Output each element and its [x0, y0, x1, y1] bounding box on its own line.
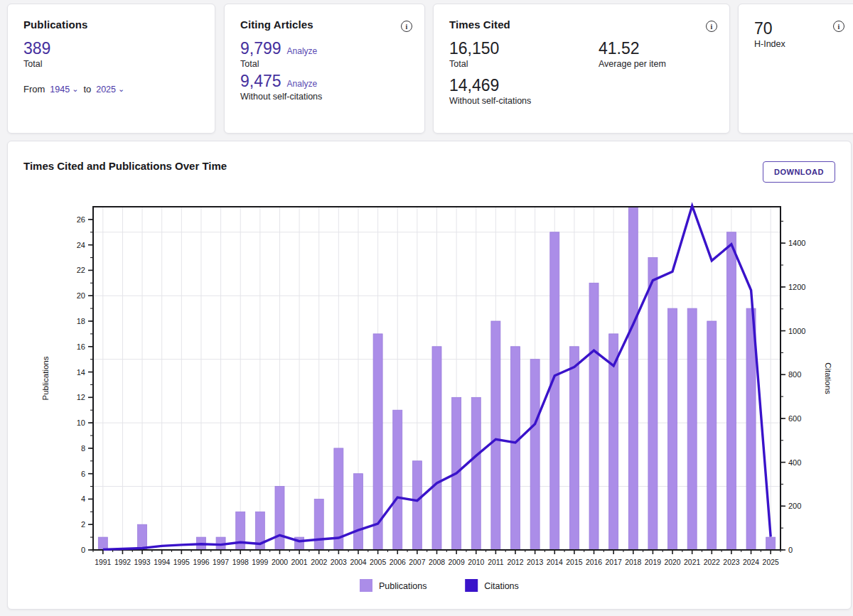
x-axis-tick-label: 2010 [468, 558, 484, 566]
legend-swatch [465, 579, 478, 592]
legend-label: Citations [484, 581, 519, 591]
right-axis-tick-label: 200 [788, 502, 801, 510]
x-axis-tick-label: 2019 [645, 558, 661, 566]
x-axis-tick-label: 2012 [507, 558, 523, 566]
publications-total-value: 389 [23, 40, 50, 57]
citing-articles-card-title: Citing Articles [240, 18, 409, 31]
left-axis-tick-label: 8 [81, 444, 85, 453]
chevron-down-icon: ⌄ [118, 85, 124, 93]
right-axis-tick-label: 1200 [788, 283, 805, 291]
publications-bar-2012 [511, 347, 520, 550]
publications-bar-2023 [726, 232, 736, 550]
citing-articles-card: Citing Articles i 9,799 Analyze Total 9,… [224, 4, 425, 134]
publications-card: Publications 389 Total From 1945 ⌄ to 20… [7, 4, 215, 134]
publications-total-label: Total [23, 59, 199, 69]
publications-bar-2000 [275, 487, 284, 550]
right-axis-tick-label: 600 [788, 414, 801, 423]
chart-card: Times Cited and Publications Over Time D… [7, 141, 852, 610]
times-cited-publications-chart: 02468101214161820222426Publications02004… [8, 188, 852, 609]
right-axis-tick-label: 0 [788, 546, 793, 554]
times-cited-card-title: Times Cited [449, 18, 714, 31]
left-axis-tick-label: 0 [81, 546, 85, 554]
h-index-value: 70 [754, 20, 846, 37]
left-axis-tick-label: 10 [77, 418, 85, 427]
right-axis: 0200400600800100012001400Citations [780, 221, 832, 554]
left-axis-tick-label: 18 [77, 317, 85, 325]
publications-bar-2003 [334, 448, 343, 550]
left-axis-tick-label: 14 [77, 368, 85, 377]
x-axis-tick-label: 2002 [311, 558, 327, 566]
times-cited-total-label: Total [449, 59, 599, 69]
publications-bar-2013 [530, 360, 540, 550]
to-year-dropdown[interactable]: 2025 ⌄ [96, 85, 124, 94]
publications-bar-1993 [138, 524, 147, 550]
publications-bar-2020 [668, 308, 677, 550]
times-cited-average-value: 41.52 [599, 40, 640, 57]
citing-total-value: 9,799 [240, 40, 281, 57]
right-axis-title: Citations [824, 362, 832, 394]
publications-bar-2021 [687, 308, 697, 550]
info-icon[interactable]: i [706, 21, 717, 32]
right-axis-tick-label: 800 [788, 370, 801, 379]
times-cited-average-label: Average per item [599, 59, 666, 69]
left-axis-tick-label: 22 [77, 266, 85, 274]
x-axis-tick-label: 2000 [272, 558, 288, 566]
x-axis-tick-label: 2003 [331, 558, 347, 566]
x-axis-tick-label: 2014 [547, 558, 563, 566]
chevron-down-icon: ⌄ [72, 85, 78, 93]
x-axis-tick-label: 2015 [566, 558, 582, 566]
publications-bar-2011 [491, 321, 500, 550]
from-year-dropdown[interactable]: 1945 ⌄ [50, 85, 78, 94]
x-axis-tick-label: 2022 [704, 558, 720, 566]
chart-title: Times Cited and Publications Over Time [23, 160, 835, 172]
info-icon[interactable]: i [833, 21, 844, 32]
info-icon[interactable]: i [401, 21, 412, 32]
publications-card-title: Publications [23, 18, 199, 31]
citing-without-value: 9,475 [240, 72, 281, 90]
x-axis-tick-label: 1999 [252, 558, 268, 566]
times-cited-card: Times Cited i 16,150 Total 14,469 Withou… [433, 4, 730, 134]
x-axis-tick-label: 1996 [193, 558, 209, 566]
left-axis-tick-label: 16 [77, 342, 85, 351]
x-axis-tick-label: 2006 [390, 558, 406, 566]
publications-bar-1991 [98, 537, 107, 550]
left-axis-tick-label: 24 [77, 241, 85, 249]
times-cited-without-value: 14,469 [449, 77, 499, 94]
x-axis-tick-label: 2017 [606, 558, 622, 566]
x-axis-tick-label: 2021 [684, 558, 700, 566]
left-axis-tick-label: 20 [77, 291, 85, 300]
publications-bar-2019 [648, 258, 658, 550]
citing-without-label: Without self-citations [240, 92, 409, 102]
x-axis-tick-label: 2023 [723, 558, 739, 566]
x-axis-tick-label: 2013 [527, 558, 543, 566]
download-button[interactable]: DOWNLOAD [763, 161, 835, 183]
x-axis: 1991199219931994199519961997199819992000… [93, 550, 780, 566]
x-axis-tick-label: 1994 [154, 558, 170, 566]
to-label: to [83, 84, 91, 94]
times-cited-total-value: 16,150 [449, 40, 499, 57]
x-axis-tick-label: 2016 [586, 558, 602, 566]
citation-report-page: Publications 389 Total From 1945 ⌄ to 20… [0, 0, 853, 616]
publications-bar-2016 [589, 283, 599, 550]
x-axis-tick-label: 1997 [213, 558, 229, 566]
x-axis-tick-label: 1991 [95, 558, 111, 566]
x-axis-tick-label: 1995 [173, 558, 190, 566]
analyze-citing-without-link[interactable]: Analyze [287, 79, 318, 89]
times-cited-without-label: Without self-citations [449, 96, 599, 106]
legend-label: Publications [379, 581, 426, 591]
publications-bar-2014 [550, 232, 559, 550]
right-axis-tick-label: 1400 [788, 239, 805, 247]
x-axis-tick-label: 1993 [134, 558, 151, 566]
x-axis-tick-label: 2008 [429, 558, 445, 566]
publications-bar-2022 [707, 321, 717, 550]
x-axis-tick-label: 2020 [664, 558, 680, 566]
from-year-value: 1945 [50, 85, 70, 94]
x-axis-tick-label: 2009 [449, 558, 465, 566]
left-axis-tick-label: 12 [77, 393, 85, 401]
analyze-citing-total-link[interactable]: Analyze [287, 46, 318, 56]
to-year-value: 2025 [96, 85, 116, 94]
publications-bar-1998 [236, 512, 245, 550]
x-axis-tick-label: 2004 [350, 558, 366, 566]
x-axis-tick-label: 2024 [743, 558, 759, 566]
publications-bar-2006 [393, 410, 402, 550]
